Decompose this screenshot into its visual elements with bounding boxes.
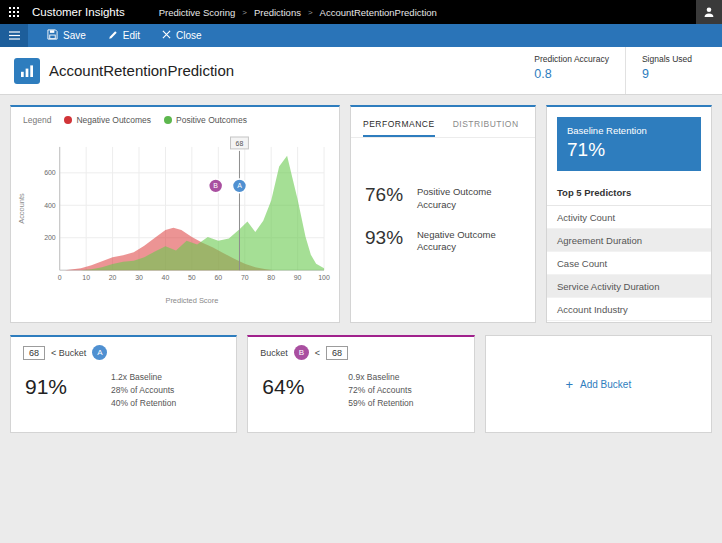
metric-label: Signals Used [642,54,692,64]
top-predictors-list: Activity CountAgreement DurationCase Cou… [547,206,711,321]
bucket-card: 68< BucketA91%1.2x Baseline28% of Accoun… [10,335,237,433]
svg-text:20: 20 [109,274,117,281]
predictor-item: Account Industry [547,298,711,321]
bucket-range-text: < Bucket [51,348,86,358]
stat-label: Positive Outcome Accuracy [417,184,511,212]
breadcrumb-separator: > [308,8,313,17]
legend-title: Legend [23,115,51,125]
stat-value: 93% [365,227,417,255]
legend-item-label: Negative Outcomes [76,115,151,125]
bucket-stat-lines: 0.9x Baseline72% of Accounts59% of Reten… [348,371,413,411]
legend-dot-icon [64,116,72,124]
account-icon[interactable] [696,0,722,24]
outcomes-chart-card: Legend Negative OutcomesPositive Outcome… [10,105,340,323]
legend-item: Positive Outcomes [164,115,247,125]
bucket-range-text: < [315,348,320,358]
svg-text:Accounts: Accounts [17,193,26,224]
svg-text:0: 0 [58,274,62,281]
svg-text:80: 80 [267,274,275,281]
svg-text:70: 70 [241,274,249,281]
svg-text:100: 100 [318,274,330,281]
app-title: Customer Insights [32,6,125,18]
predictor-item: Case Count [547,252,711,275]
baseline-card: Baseline Retention 71% Top 5 Predictors … [546,105,712,323]
page-header: AccountRetentionPrediction Prediction Ac… [0,47,722,95]
page-title: AccountRetentionPrediction [49,62,234,79]
bucket-body: 64%0.9x Baseline72% of Accounts59% of Re… [248,361,473,411]
save-button[interactable]: Save [36,24,97,47]
plus-icon: + [565,378,573,391]
header-metrics: Prediction Accuracy0.8Signals Used9 [518,47,708,94]
top-card-row: Legend Negative OutcomesPositive Outcome… [10,105,712,323]
svg-text:68: 68 [236,140,244,147]
legend-item-label: Positive Outcomes [176,115,247,125]
baseline-retention-tile: Baseline Retention 71% [557,117,701,171]
metric-label: Prediction Accuracy [534,54,609,64]
legend-dot-icon [164,116,172,124]
command-bar: Save Edit Close [0,24,722,47]
hamburger-icon[interactable] [0,24,28,47]
top-nav-bar: Customer Insights Predictive Scoring>Pre… [0,0,722,24]
close-button[interactable]: Close [151,24,213,47]
baseline-retention-value: 71% [567,139,691,161]
predictor-item: Service Activity Duration [547,275,711,298]
bucket-stat-line: 72% of Accounts [348,384,413,397]
svg-text:600: 600 [44,169,56,176]
predictor-item: Agreement Duration [547,229,711,252]
svg-text:50: 50 [188,274,196,281]
breadcrumb-item[interactable]: AccountRetentionPrediction [320,7,437,18]
bucket-letter-badge[interactable]: A [92,345,107,360]
breadcrumb-separator: > [242,8,247,17]
accuracy-stat: 76%Positive Outcome Accuracy [365,184,521,212]
bucket-range-text: Bucket [260,348,288,358]
svg-text:10: 10 [82,274,90,281]
header-metric: Signals Used9 [625,47,708,94]
close-label: Close [176,30,202,41]
header-metric: Prediction Accuracy0.8 [518,47,625,94]
add-bucket-label: Add Bucket [580,379,631,390]
predictor-item: Activity Count [547,206,711,229]
bucket-stat-line: 0.9x Baseline [348,371,413,384]
top-predictors-title: Top 5 Predictors [547,181,711,206]
chart-legend: Legend Negative OutcomesPositive Outcome… [11,107,339,125]
bucket-letter-badge[interactable]: B [294,345,309,360]
stat-label: Negative Outcome Accuracy [417,227,511,255]
legend-item: Negative Outcomes [64,115,151,125]
tab-performance[interactable]: PERFORMANCE [363,110,435,137]
main-content: Legend Negative OutcomesPositive Outcome… [0,95,722,433]
bucket-threshold-box[interactable]: 68 [23,346,45,360]
breadcrumb-item[interactable]: Predictions [254,7,301,18]
breadcrumb: Predictive Scoring>Predictions>AccountRe… [159,7,437,18]
stat-value: 76% [365,184,417,212]
performance-card: PERFORMANCEDISTRIBUTION 76%Positive Outc… [350,105,536,323]
bucket-stat-line: 1.2x Baseline [111,371,176,384]
svg-text:200: 200 [44,234,56,241]
bucket-stat-line: 40% of Retention [111,397,176,410]
accuracy-stat: 93%Negative Outcome Accuracy [365,227,521,255]
svg-text:A: A [237,182,242,189]
metric-value: 9 [642,67,692,81]
tab-distribution[interactable]: DISTRIBUTION [453,110,519,137]
svg-text:B: B [213,182,218,189]
bucket-stat-lines: 1.2x Baseline28% of Accounts40% of Reten… [111,371,176,411]
baseline-retention-label: Baseline Retention [567,125,691,136]
save-label: Save [63,30,86,41]
bucket-threshold-box[interactable]: 68 [326,346,348,360]
svg-text:Predicted Score: Predicted Score [165,296,218,305]
bucket-card-row: 68< BucketA91%1.2x Baseline28% of Accoun… [10,335,712,433]
breadcrumb-item[interactable]: Predictive Scoring [159,7,236,18]
waffle-icon[interactable] [0,0,28,24]
prediction-icon [14,58,40,84]
performance-tabs: PERFORMANCEDISTRIBUTION [351,110,535,138]
metric-value: 0.8 [534,67,609,81]
bucket-header: 68< BucketA [11,337,236,361]
edit-icon [108,30,118,42]
outcome-distribution-chart[interactable]: 010203040506070809010020040060068BAPredi… [11,125,339,310]
edit-button[interactable]: Edit [97,24,151,47]
svg-text:40: 40 [162,274,170,281]
save-icon [47,29,58,42]
bucket-header: BucketB<68 [248,337,473,361]
accuracy-stats: 76%Positive Outcome Accuracy93%Negative … [351,138,535,254]
svg-text:400: 400 [44,202,56,209]
add-bucket-card[interactable]: + Add Bucket [485,335,712,433]
